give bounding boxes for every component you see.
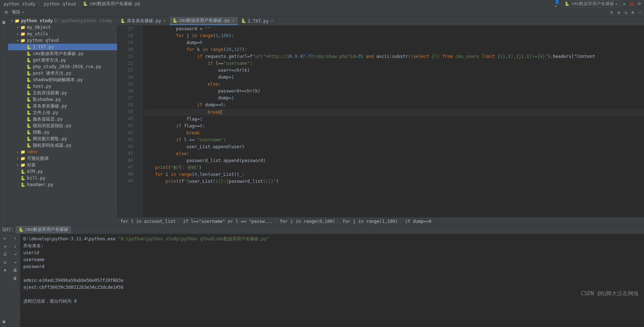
- rerun-button[interactable]: ▶: [3, 236, 8, 241]
- crumb-1[interactable]: python qfeud: [43, 1, 77, 7]
- python-icon: 🐍: [565, 1, 570, 7]
- watermark: CSDN @扣脚大汉在网络: [581, 290, 639, 297]
- tree-item[interactable]: ▸📁venv: [8, 149, 117, 155]
- select-opened-file-button[interactable]: ⊙: [609, 9, 614, 16]
- tree-item[interactable]: 🐍取shadow.py: [8, 96, 117, 103]
- tree-item[interactable]: 🐍bill.py: [8, 175, 117, 181]
- console-output[interactable]: D:\develop\python-3.11.4\python.exe "D:\…: [20, 234, 644, 327]
- tree-root[interactable]: ▾📁python studyD:\python\python study: [8, 17, 117, 24]
- tree-item[interactable]: 🐍haodaer.py: [8, 181, 117, 188]
- clear-button[interactable]: 🗑: [13, 276, 18, 281]
- tree-item[interactable]: 🐍get请求方法.py: [8, 57, 117, 63]
- close-icon[interactable]: ×: [270, 19, 274, 23]
- close-icon[interactable]: ×: [163, 19, 166, 23]
- project-view-label[interactable]: ▤ 项目 ▾: [1, 8, 26, 16]
- tree-item[interactable]: 🐍网页图片爬取.py: [8, 135, 117, 142]
- settings-icon[interactable]: ⚙: [630, 9, 636, 16]
- code-editor[interactable]: password = "" for j in range(1,100): dum…: [143, 25, 644, 217]
- code-crumb[interactable]: if l=="username" or l == "passw...: [183, 219, 273, 224]
- tree-item[interactable]: 🐍主机存活探测.py: [8, 90, 117, 96]
- code-crumb[interactable]: for l in account_list: [120, 219, 176, 224]
- tree-item[interactable]: 🐍猜数.py: [8, 129, 117, 135]
- expand-all-button[interactable]: ⇵: [616, 9, 621, 16]
- tree-item[interactable]: ▸📁my_Object: [8, 24, 117, 31]
- structure-tab[interactable]: ▦: [3, 20, 5, 25]
- user-icon[interactable]: 👤▾: [555, 1, 560, 7]
- editor-tab[interactable]: 🐍1.TXT.py×: [238, 17, 277, 25]
- scroll-to-end-button[interactable]: ⇥: [13, 260, 18, 265]
- collapse-all-button[interactable]: ⇲: [623, 9, 628, 16]
- down-button[interactable]: ↓: [13, 244, 18, 249]
- project-tree-panel: ▾📁python studyD:\python\python study▸📁my…: [8, 17, 117, 225]
- tree-item[interactable]: ▸📁my_utils: [8, 31, 117, 37]
- tree-item[interactable]: 🐍随机密码生成器.py: [8, 142, 117, 149]
- tree-item[interactable]: 🐍1.TXT.py: [8, 44, 117, 50]
- up-button[interactable]: ↑: [13, 236, 18, 241]
- run-configuration-dropdown[interactable]: 🐍 cms数据库用户名爆破 ▾: [562, 0, 620, 8]
- left-tool-window-bar: ▦: [0, 17, 8, 225]
- stop-button[interactable]: ⚒: [3, 244, 8, 249]
- pin-button[interactable]: ⊡: [3, 260, 8, 265]
- tree-item[interactable]: 🐍post 请求方法.py: [8, 70, 117, 76]
- run-button[interactable]: ▶: [622, 1, 627, 7]
- tree-item[interactable]: 🐍服务器延迟.py: [8, 116, 117, 122]
- python-icon: 🐍: [83, 1, 88, 7]
- editor-tabs: 🐍库名表名爆破.py×🐍cms数据库用户名爆破.py×🐍1.TXT.py×: [117, 17, 644, 25]
- code-crumb[interactable]: for i in range(0,100): [280, 219, 335, 224]
- editor-tab[interactable]: 🐍cms数据库用户名爆破.py×: [170, 17, 238, 25]
- structure-bottom-tab[interactable]: ▦: [3, 319, 5, 324]
- editor-tab[interactable]: 🐍库名表名爆破.py×: [117, 17, 170, 25]
- run-tab[interactable]: 🐍 cms数据库用户名爆破: [16, 226, 71, 233]
- line-number-gutter: 2728293031323334353637383940414243444546…: [117, 25, 138, 217]
- project-toolbar: ▤ 项目 ▾ ⊙ ⇵ ⇲ ⚙ —: [0, 8, 644, 17]
- code-crumb[interactable]: if dump==0: [405, 219, 431, 224]
- chevron-down-icon: ▾: [22, 11, 24, 14]
- more-actions-button[interactable]: ⟳: [637, 1, 642, 7]
- tree-item[interactable]: 🐍库名表名爆破.py: [8, 103, 117, 109]
- code-crumb[interactable]: for j in range(1,100): [342, 219, 398, 224]
- code-breadcrumb: for l in account_list〉if l=="username" o…: [117, 217, 644, 225]
- close-icon[interactable]: ×: [231, 19, 235, 23]
- nav-breadcrumbs: python study 〉 python qfeud 〉 🐍 cms数据库用户…: [0, 0, 644, 8]
- close-button[interactable]: ✖: [3, 268, 8, 273]
- tree-item[interactable]: 🐍test.py: [8, 83, 117, 90]
- tree-item[interactable]: 🐍shadow密码破解脚本.py: [8, 76, 117, 83]
- folder-icon: ▤: [4, 10, 9, 15]
- fold-gutter: [138, 25, 143, 217]
- crumb-2[interactable]: cms数据库用户名爆破.py: [88, 1, 141, 7]
- tree-item[interactable]: ▸📁可视化图表: [8, 155, 117, 162]
- hide-button[interactable]: —: [637, 9, 643, 16]
- tree-item[interactable]: 🐍ATM.py: [8, 168, 117, 175]
- run-panel-label: 运行:: [2, 226, 13, 233]
- debug-button[interactable]: 🐞: [629, 1, 635, 7]
- tree-item[interactable]: ▾📁python qfeud: [8, 37, 117, 44]
- crumb-0[interactable]: python study: [2, 1, 37, 7]
- python-icon: 🐍: [19, 227, 24, 232]
- layout-button[interactable]: ☰: [3, 252, 8, 257]
- tree-item[interactable]: ▸📁封装: [8, 162, 117, 168]
- print-button[interactable]: 🖶: [13, 268, 18, 273]
- tree-item[interactable]: 🐍文件上传.py: [8, 109, 117, 116]
- chevron-down-icon: ▾: [616, 2, 617, 6]
- soft-wrap-button[interactable]: ⤶: [13, 252, 18, 257]
- tree-item[interactable]: 🐍php_study_2016-2018_rce.py: [8, 63, 117, 70]
- tree-item[interactable]: 🐍cms数据库用户名爆破.py: [8, 50, 117, 57]
- tree-item[interactable]: 🐍模拟浏览器指纹.py: [8, 122, 117, 129]
